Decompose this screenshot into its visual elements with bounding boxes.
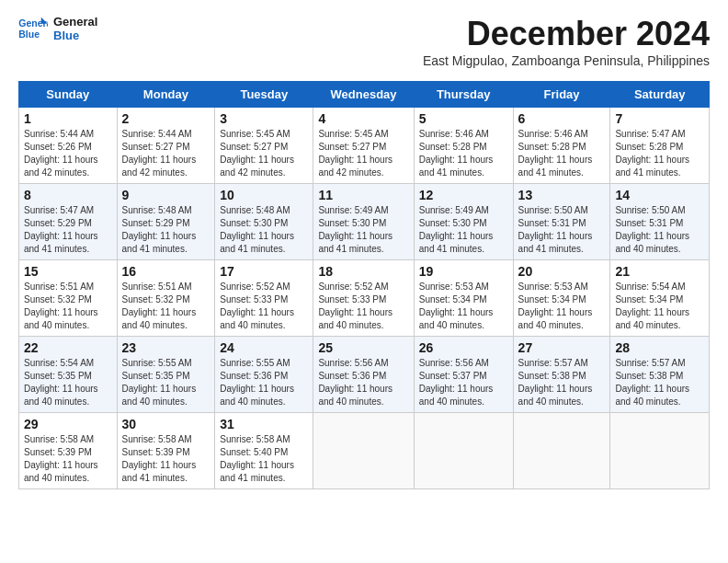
header-day-tuesday: Tuesday: [215, 82, 313, 108]
day-number: 3: [220, 111, 308, 126]
day-number: 8: [24, 188, 112, 202]
day-number: 22: [24, 340, 112, 355]
calendar-cell: 24Sunrise: 5:55 AMSunset: 5:36 PMDayligh…: [215, 337, 313, 413]
header-day-saturday: Saturday: [610, 82, 710, 108]
day-info: Sunrise: 5:48 AMSunset: 5:29 PMDaylight:…: [122, 204, 210, 256]
title-block: December 2024 East Migpulao, Zamboanga P…: [423, 15, 710, 77]
week-row-2: 8Sunrise: 5:47 AMSunset: 5:29 PMDaylight…: [19, 184, 710, 260]
day-number: 6: [518, 111, 606, 126]
header-day-sunday: Sunday: [19, 82, 118, 108]
day-info: Sunrise: 5:52 AMSunset: 5:33 PMDaylight:…: [220, 281, 308, 332]
calendar-cell: 21Sunrise: 5:54 AMSunset: 5:34 PMDayligh…: [610, 260, 710, 337]
calendar-cell: 29Sunrise: 5:58 AMSunset: 5:39 PMDayligh…: [19, 413, 118, 489]
day-info: Sunrise: 5:51 AMSunset: 5:32 PMDaylight:…: [24, 281, 112, 332]
day-number: 25: [318, 340, 408, 355]
day-number: 20: [518, 264, 606, 279]
calendar-body: 1Sunrise: 5:44 AMSunset: 5:26 PMDaylight…: [19, 108, 710, 489]
day-info: Sunrise: 5:44 AMSunset: 5:26 PMDaylight:…: [24, 128, 112, 179]
day-info: Sunrise: 5:50 AMSunset: 5:31 PMDaylight:…: [615, 204, 704, 256]
day-info: Sunrise: 5:53 AMSunset: 5:34 PMDaylight:…: [518, 281, 606, 332]
calendar-cell: 20Sunrise: 5:53 AMSunset: 5:34 PMDayligh…: [513, 260, 610, 337]
calendar-cell: 10Sunrise: 5:48 AMSunset: 5:30 PMDayligh…: [215, 184, 313, 260]
header-row: SundayMondayTuesdayWednesdayThursdayFrid…: [19, 82, 710, 108]
day-info: Sunrise: 5:57 AMSunset: 5:38 PMDaylight:…: [518, 357, 606, 408]
day-number: 1: [24, 111, 112, 126]
day-info: Sunrise: 5:47 AMSunset: 5:29 PMDaylight:…: [24, 204, 112, 256]
calendar-cell: 8Sunrise: 5:47 AMSunset: 5:29 PMDaylight…: [19, 184, 118, 260]
day-number: 27: [518, 340, 606, 355]
calendar-cell: 14Sunrise: 5:50 AMSunset: 5:31 PMDayligh…: [610, 184, 710, 260]
day-number: 2: [122, 111, 210, 126]
month-title: December 2024: [423, 15, 710, 53]
calendar-cell: 31Sunrise: 5:58 AMSunset: 5:40 PMDayligh…: [215, 413, 313, 489]
logo: General Blue General Blue: [18, 15, 97, 42]
day-info: Sunrise: 5:47 AMSunset: 5:28 PMDaylight:…: [615, 128, 704, 179]
day-info: Sunrise: 5:45 AMSunset: 5:27 PMDaylight:…: [318, 128, 408, 179]
calendar-cell: 12Sunrise: 5:49 AMSunset: 5:30 PMDayligh…: [414, 184, 513, 260]
week-row-5: 29Sunrise: 5:58 AMSunset: 5:39 PMDayligh…: [19, 413, 710, 489]
day-info: Sunrise: 5:54 AMSunset: 5:35 PMDaylight:…: [24, 357, 112, 408]
calendar-cell: 28Sunrise: 5:57 AMSunset: 5:38 PMDayligh…: [610, 337, 710, 413]
day-number: 30: [122, 417, 210, 431]
calendar-header: SundayMondayTuesdayWednesdayThursdayFrid…: [19, 82, 710, 108]
day-info: Sunrise: 5:54 AMSunset: 5:34 PMDaylight:…: [615, 281, 704, 332]
calendar-cell: 5Sunrise: 5:46 AMSunset: 5:28 PMDaylight…: [414, 108, 513, 184]
day-info: Sunrise: 5:56 AMSunset: 5:36 PMDaylight:…: [318, 357, 408, 408]
calendar-cell: 1Sunrise: 5:44 AMSunset: 5:26 PMDaylight…: [19, 108, 118, 184]
day-number: 7: [615, 111, 704, 126]
calendar-cell: 22Sunrise: 5:54 AMSunset: 5:35 PMDayligh…: [19, 337, 118, 413]
day-info: Sunrise: 5:49 AMSunset: 5:30 PMDaylight:…: [419, 204, 508, 256]
day-number: 26: [419, 340, 508, 355]
day-info: Sunrise: 5:56 AMSunset: 5:37 PMDaylight:…: [419, 357, 508, 408]
calendar-cell: 6Sunrise: 5:46 AMSunset: 5:28 PMDaylight…: [513, 108, 610, 184]
calendar-cell: 27Sunrise: 5:57 AMSunset: 5:38 PMDayligh…: [513, 337, 610, 413]
week-row-4: 22Sunrise: 5:54 AMSunset: 5:35 PMDayligh…: [19, 337, 710, 413]
calendar-cell: 23Sunrise: 5:55 AMSunset: 5:35 PMDayligh…: [117, 337, 215, 413]
day-number: 19: [419, 264, 508, 279]
day-info: Sunrise: 5:58 AMSunset: 5:39 PMDaylight:…: [122, 433, 210, 485]
calendar-cell: [610, 413, 710, 489]
logo-text-blue: Blue: [53, 29, 97, 42]
calendar-cell: 25Sunrise: 5:56 AMSunset: 5:36 PMDayligh…: [313, 337, 414, 413]
day-info: Sunrise: 5:58 AMSunset: 5:39 PMDaylight:…: [24, 433, 112, 485]
week-row-3: 15Sunrise: 5:51 AMSunset: 5:32 PMDayligh…: [19, 260, 710, 337]
day-info: Sunrise: 5:49 AMSunset: 5:30 PMDaylight:…: [318, 204, 408, 256]
calendar-cell: [414, 413, 513, 489]
day-info: Sunrise: 5:52 AMSunset: 5:33 PMDaylight:…: [318, 281, 408, 332]
day-info: Sunrise: 5:48 AMSunset: 5:30 PMDaylight:…: [220, 204, 308, 256]
day-number: 12: [419, 188, 508, 202]
day-number: 9: [122, 188, 210, 202]
calendar-cell: 30Sunrise: 5:58 AMSunset: 5:39 PMDayligh…: [117, 413, 215, 489]
day-number: 31: [220, 417, 308, 431]
calendar-cell: 11Sunrise: 5:49 AMSunset: 5:30 PMDayligh…: [313, 184, 414, 260]
day-info: Sunrise: 5:57 AMSunset: 5:38 PMDaylight:…: [615, 357, 704, 408]
calendar-cell: 9Sunrise: 5:48 AMSunset: 5:29 PMDaylight…: [117, 184, 215, 260]
header-day-wednesday: Wednesday: [313, 82, 414, 108]
calendar-cell: 7Sunrise: 5:47 AMSunset: 5:28 PMDaylight…: [610, 108, 710, 184]
day-number: 16: [122, 264, 210, 279]
day-info: Sunrise: 5:46 AMSunset: 5:28 PMDaylight:…: [518, 128, 606, 179]
day-number: 11: [318, 188, 408, 202]
logo-text-general: General: [53, 15, 97, 29]
day-info: Sunrise: 5:45 AMSunset: 5:27 PMDaylight:…: [220, 128, 308, 179]
calendar-cell: 16Sunrise: 5:51 AMSunset: 5:32 PMDayligh…: [117, 260, 215, 337]
calendar-cell: 19Sunrise: 5:53 AMSunset: 5:34 PMDayligh…: [414, 260, 513, 337]
day-info: Sunrise: 5:55 AMSunset: 5:35 PMDaylight:…: [122, 357, 210, 408]
day-number: 14: [615, 188, 704, 202]
calendar-cell: 2Sunrise: 5:44 AMSunset: 5:27 PMDaylight…: [117, 108, 215, 184]
page-header: General Blue General Blue December 2024 …: [18, 15, 710, 77]
day-number: 17: [220, 264, 308, 279]
day-info: Sunrise: 5:44 AMSunset: 5:27 PMDaylight:…: [122, 128, 210, 179]
day-info: Sunrise: 5:50 AMSunset: 5:31 PMDaylight:…: [518, 204, 606, 256]
day-number: 4: [318, 111, 408, 126]
day-number: 29: [24, 417, 112, 431]
day-info: Sunrise: 5:53 AMSunset: 5:34 PMDaylight:…: [419, 281, 508, 332]
logo-icon: General Blue: [18, 16, 48, 41]
calendar-cell: 4Sunrise: 5:45 AMSunset: 5:27 PMDaylight…: [313, 108, 414, 184]
calendar-cell: 26Sunrise: 5:56 AMSunset: 5:37 PMDayligh…: [414, 337, 513, 413]
day-info: Sunrise: 5:51 AMSunset: 5:32 PMDaylight:…: [122, 281, 210, 332]
day-number: 15: [24, 264, 112, 279]
calendar-cell: [313, 413, 414, 489]
day-number: 24: [220, 340, 308, 355]
day-number: 18: [318, 264, 408, 279]
